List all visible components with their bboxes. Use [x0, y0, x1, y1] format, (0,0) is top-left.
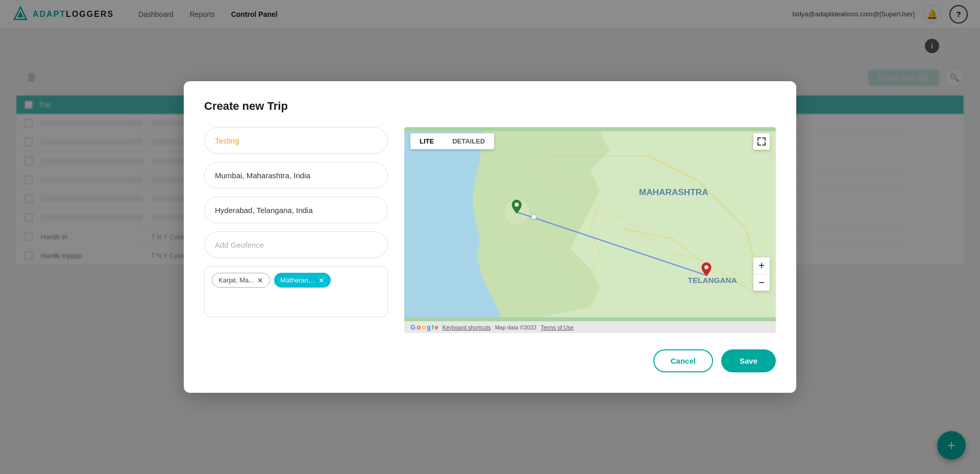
- zoom-in-button[interactable]: +: [753, 257, 770, 274]
- save-button[interactable]: Save: [721, 349, 776, 372]
- telangana-label: TELANGANA: [688, 276, 737, 285]
- map-svg: MAHARASHTRA TELANGANA: [404, 127, 776, 321]
- map-container: MAHARASHTRA TELANGANA: [404, 127, 776, 321]
- cancel-button[interactable]: Cancel: [653, 349, 713, 372]
- trip-name-input[interactable]: [204, 127, 388, 154]
- modal-title: Create new Trip: [204, 100, 776, 113]
- map-data-info: Map data ©2022: [495, 324, 537, 330]
- keyboard-shortcuts[interactable]: Keyboard shortcuts: [443, 324, 491, 330]
- modal-body: Karjat, Ma... ✕ Matheran,... ✕: [204, 127, 776, 333]
- svg-point-6: [514, 203, 519, 207]
- map-zoom-controls: + −: [753, 257, 770, 291]
- svg-point-7: [531, 215, 536, 220]
- modal-footer: Cancel Save: [204, 349, 776, 372]
- create-trip-modal: Create new Trip Karjat, Ma... ✕ Matheran…: [184, 81, 796, 393]
- map-footer: Google Keyboard shortcuts Map data ©2022…: [404, 321, 776, 333]
- geofence-tag-container: Karjat, Ma... ✕ Matheran,... ✕: [204, 266, 388, 317]
- map-fullscreen-button[interactable]: [753, 133, 770, 150]
- zoom-out-button[interactable]: −: [753, 274, 770, 291]
- geofence-tag-matheran[interactable]: Matheran,... ✕: [274, 273, 331, 288]
- map-toggle-detailed[interactable]: DETAILED: [443, 133, 494, 149]
- map-toggle: LITE DETAILED: [410, 133, 494, 149]
- destination-input[interactable]: [204, 197, 388, 223]
- modal-map: MAHARASHTRA TELANGANA: [404, 127, 776, 333]
- google-logo: Google: [410, 323, 438, 331]
- remove-tag-matheran[interactable]: ✕: [318, 277, 325, 284]
- expand-icon: [757, 137, 766, 146]
- maharashtra-label: MAHARASHTRA: [639, 187, 708, 197]
- origin-input[interactable]: [204, 162, 388, 188]
- terms-of-use[interactable]: Terms of Use: [541, 324, 574, 330]
- modal-form: Karjat, Ma... ✕ Matheran,... ✕: [204, 127, 388, 333]
- remove-tag-karjat[interactable]: ✕: [257, 277, 263, 284]
- geofence-tag-karjat[interactable]: Karjat, Ma... ✕: [212, 273, 270, 288]
- modal-overlay: Create new Trip Karjat, Ma... ✕ Matheran…: [0, 0, 980, 474]
- geofence-input[interactable]: [204, 231, 388, 258]
- map-toggle-lite[interactable]: LITE: [410, 133, 443, 149]
- svg-point-8: [704, 265, 708, 269]
